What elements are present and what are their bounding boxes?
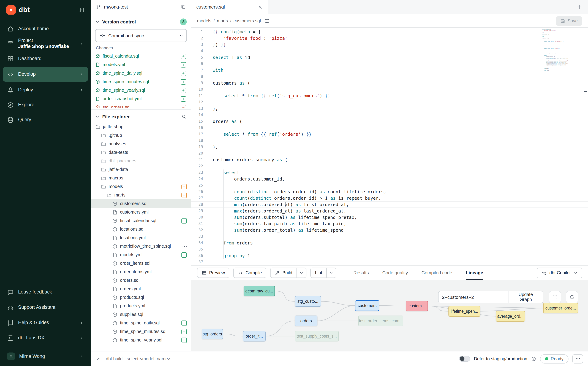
tree-item-orders-sql[interactable]: orders.sql [91, 276, 191, 285]
change-row[interactable]: time_spine_daily.sql [91, 69, 191, 77]
tree-item-time-spine-daily-sql[interactable]: time_spine_daily.sql [91, 319, 191, 327]
preview-button[interactable]: Preview [197, 267, 230, 278]
breadcrumb-item[interactable]: customers.sql [233, 18, 261, 23]
panel-tab-lineage[interactable]: Lineage [466, 266, 483, 280]
code-line-31[interactable]: 31 sum(orders.tax_paid) as lifetime_tax_… [191, 221, 588, 227]
chevron-down-icon[interactable] [95, 114, 100, 119]
lineage-node-stg_orders[interactable]: stg_orders [202, 329, 223, 339]
code-line-6[interactable]: 6 [191, 61, 588, 67]
chevron-down-icon[interactable] [95, 19, 100, 24]
tree-item-products-yml[interactable]: products.yml [91, 302, 191, 310]
tree-item-time-spine-minutes-sql[interactable]: time_spine_minutes.sql [91, 327, 191, 336]
change-row[interactable]: time_spine_minutes.sql [91, 77, 191, 86]
editor-tab-customers[interactable]: customers.sql [191, 0, 268, 14]
ready-status-badge[interactable]: Ready [540, 354, 568, 363]
tree-item-models-yml[interactable]: models.yml [91, 251, 191, 259]
code-line-20[interactable]: 20 [191, 150, 588, 157]
code-line-18[interactable]: 18 [191, 137, 588, 144]
tree-item-analyses[interactable]: analyses [91, 140, 191, 148]
sidebar-item-dbt-labs-dx[interactable]: dbt Labs DX [0, 330, 91, 346]
code-line-2[interactable]: 2 'favorite_food': 'pizza' [191, 35, 588, 42]
code-line-7[interactable]: 7with [191, 67, 588, 74]
code-line-35[interactable]: 35 [191, 246, 588, 253]
dbt-copilot-button[interactable]: dbt Copilot [537, 267, 582, 278]
lint-options-button[interactable] [327, 267, 336, 278]
tree-item-dbt-packages[interactable]: dbt_packages [91, 157, 191, 165]
search-files-icon[interactable] [181, 114, 187, 119]
code-line-17[interactable]: 17 select * from {{ ref('orders') }} [191, 131, 588, 137]
tree-item-fiscal-calendar-sql[interactable]: fiscal_calendar.sql [91, 216, 191, 225]
code-line-4[interactable]: 4 [191, 48, 588, 54]
code-line-24[interactable]: 24 orders.customer_id, [191, 176, 588, 182]
tree-item-marts[interactable]: marts [91, 191, 191, 199]
code-line-16[interactable]: 16 [191, 125, 588, 131]
defer-toggle[interactable] [459, 356, 470, 362]
code-line-33[interactable]: 33 [191, 233, 588, 240]
code-line-29[interactable]: 29 max(orders.ordered_at) as last_ordere… [191, 208, 588, 214]
code-line-19[interactable]: 19), [191, 144, 588, 150]
refresh-graph-button[interactable] [566, 291, 578, 303]
tree-item-macros[interactable]: macros [91, 174, 191, 182]
tree-item-metricflow-time-spine-sql[interactable]: metricflow_time_spine.sql [91, 242, 191, 251]
save-button[interactable]: Save [556, 16, 582, 25]
tree-item-supplies-sql[interactable]: supplies.sql [91, 310, 191, 319]
tree-item-data-tests[interactable]: data-tests [91, 148, 191, 157]
tree-item-jaffle-shop[interactable]: jaffle-shop [91, 122, 191, 131]
sidebar-item-user[interactable]: Mirna Wong [0, 348, 91, 363]
lineage-node-test_order[interactable]: test_order_items_com... [358, 316, 403, 326]
tree-item-time-spine-yearly-sql[interactable]: time_spine_yearly.sql [91, 336, 191, 344]
commit-and-sync-button[interactable]: Commit and sync [95, 29, 187, 42]
sidebar-item-query[interactable]: Query [0, 112, 91, 127]
sidebar-item-support-assistant[interactable]: Support Assistant [0, 300, 91, 315]
lineage-node-custom[interactable]: custom... [406, 301, 428, 311]
code-line-27[interactable]: 27 count(distinct orders.order_id) > 1 a… [191, 195, 588, 201]
sidebar-item-dashboard[interactable]: Dashboard [0, 51, 91, 66]
code-line-13[interactable]: 13), [191, 106, 588, 112]
lineage-node-order_it[interactable]: order_it... [243, 331, 266, 342]
code-line-25[interactable]: 25 [191, 182, 588, 189]
lineage-node-ecom[interactable]: ecom.raw_cu... [244, 286, 275, 296]
tree-item-models[interactable]: models [91, 182, 191, 191]
code-line-28[interactable]: 28 min(orders.ordered_at) as first_order… [191, 201, 588, 208]
lineage-node-average[interactable]: average_ord... [496, 311, 525, 322]
panel-tab-results[interactable]: Results [353, 266, 369, 280]
tree-item-order-items-sql[interactable]: order_items.sql [91, 259, 191, 267]
commit-options-button[interactable] [176, 30, 186, 42]
code-editor[interactable]: 1{{ config(meta = {2 'favorite_food': 'p… [191, 28, 588, 266]
change-row[interactable]: order_snapshot.yml [91, 94, 191, 103]
compile-button[interactable]: Compile [233, 267, 267, 278]
new-tab-button[interactable] [576, 4, 582, 10]
build-button[interactable]: Build [270, 267, 297, 278]
code-line-5[interactable]: 5select 1 as id [191, 54, 588, 61]
code-line-36[interactable]: 36 group by 1 [191, 253, 588, 259]
lineage-node-orders[interactable]: orders [295, 316, 317, 326]
tree-item-products-sql[interactable]: products.sql [91, 293, 191, 302]
tree-item-orders-yml[interactable]: orders.yml [91, 285, 191, 293]
tree-item-jaffle-data[interactable]: jaffle-data [91, 165, 191, 174]
more-options-button[interactable] [572, 354, 583, 363]
code-line-22[interactable]: 22 [191, 163, 588, 169]
breadcrumb-item[interactable]: models [197, 18, 211, 23]
code-line-12[interactable]: 12 [191, 99, 588, 106]
tree-item-customers-sql[interactable]: customers.sql [91, 199, 191, 208]
expand-command-bar-icon[interactable] [96, 356, 102, 362]
sidebar-item-account-home[interactable]: Account home [0, 21, 91, 36]
tree-item-locations-sql[interactable]: locations.sql [91, 225, 191, 233]
code-line-14[interactable]: 14 [191, 112, 588, 118]
code-line-3[interactable]: 3}) }} [191, 42, 588, 48]
lineage-node-test_supply[interactable]: test_supply_costs_s... [295, 331, 339, 342]
close-tab-icon[interactable] [258, 4, 263, 9]
lineage-globe-icon[interactable] [264, 18, 270, 24]
panel-tab-code-quality[interactable]: Code quality [382, 266, 408, 280]
build-options-button[interactable] [297, 267, 306, 278]
code-line-37[interactable]: 37 [191, 259, 588, 266]
code-line-15[interactable]: 15orders as ( [191, 118, 588, 125]
minimap[interactable]: {{ config(meta = { 'favorite_food': 'piz… [542, 29, 568, 76]
code-line-21[interactable]: 21customer_orders_summary as ( [191, 157, 588, 163]
sidebar-item-deploy[interactable]: Deploy [0, 83, 91, 97]
collapse-sidebar-icon[interactable] [78, 7, 84, 13]
fullscreen-button[interactable] [549, 291, 561, 303]
code-line-30[interactable]: 30 sum(orders.subtotal) as lifetime_spen… [191, 214, 588, 221]
code-line-26[interactable]: 26 count(distinct orders.order_id) as co… [191, 189, 588, 195]
code-line-10[interactable]: 10 [191, 86, 588, 93]
